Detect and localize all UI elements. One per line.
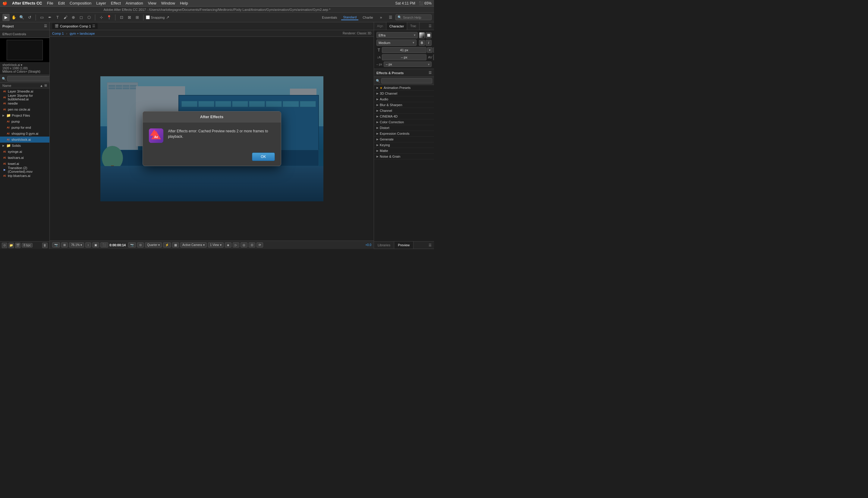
list-item[interactable]: Ai syringe.ai (0, 149, 50, 155)
project-search-input[interactable] (7, 76, 52, 81)
list-item[interactable]: Ai pen no circle.ai (0, 106, 50, 113)
list-item[interactable]: ▶ Transition (2) (Converted).mov (0, 167, 50, 173)
vt-render-queue[interactable]: ▷ (233, 243, 239, 248)
roto-tool[interactable]: ⬡ (85, 14, 93, 21)
category-3d-channel[interactable]: ▶ 3D Channel (374, 91, 434, 96)
faux-bold-btn[interactable]: B (419, 40, 425, 46)
vt-flow[interactable]: ⊙ (137, 243, 144, 248)
vt-3d[interactable]: ⬛ (101, 243, 108, 248)
menu-help[interactable]: Help (180, 1, 188, 5)
menu-window[interactable]: Window (161, 1, 175, 5)
list-item[interactable]: Ai towel.ai (0, 161, 50, 167)
tab-align[interactable]: Algn (374, 22, 386, 30)
workspace-charlie[interactable]: Charlie (361, 15, 375, 20)
apple-menu[interactable]: 🍎 (2, 1, 7, 5)
workspace-standard[interactable]: Standard (341, 15, 358, 20)
comp-tab-menu[interactable]: ☰ (92, 24, 95, 28)
list-item[interactable]: Ai pump for end (0, 124, 50, 131)
leading-input[interactable] (382, 54, 426, 60)
list-item[interactable]: Ai trip blue/cars.ai (0, 173, 50, 179)
rotate-tool[interactable]: ↺ (26, 14, 33, 21)
vt-fit[interactable]: ↕ (85, 243, 91, 248)
vt-quality-select[interactable]: Quarter ▾ (145, 243, 162, 248)
font-family-selector[interactable]: Effra ▾ (376, 32, 418, 38)
list-item[interactable]: Ai shopping 0 gym.ai (0, 131, 50, 136)
project-files-folder[interactable]: ▶ 📁 Project Files (0, 113, 50, 118)
zoom-tool[interactable]: 🔍 (18, 14, 25, 21)
workspace-menu[interactable]: ☰ (387, 14, 394, 21)
puppet-tool[interactable]: 📍 (106, 14, 113, 21)
new-comp-btn[interactable]: 🎬 (15, 243, 21, 248)
size-decrement[interactable]: ▼ (427, 47, 432, 53)
snap-expand[interactable]: ↗ (166, 14, 170, 21)
pen-tool[interactable]: ✒ (46, 14, 53, 21)
menu-edit[interactable]: Edit (58, 1, 65, 5)
workspace-more[interactable]: » (377, 14, 385, 21)
category-color-correction[interactable]: ▶ Color Correction (374, 119, 434, 125)
snapping-checkbox[interactable] (146, 15, 150, 19)
column-options[interactable]: ⊞ (44, 83, 47, 88)
project-panel-menu[interactable]: ☰ (44, 24, 47, 28)
bottom-right-menu[interactable]: ☰ (426, 243, 434, 247)
vt-fast-preview[interactable]: ⚡ (163, 243, 171, 248)
selection-tool[interactable]: ▶ (2, 14, 10, 21)
vt-view-select[interactable]: 1 View ▾ (208, 243, 224, 248)
align-left[interactable]: ⊡ (118, 14, 125, 21)
menu-layer[interactable]: Layer (96, 1, 106, 5)
list-item[interactable]: Ai taxi/cars.ai (0, 155, 50, 161)
comp-breadcrumb-2[interactable]: gym + landscape (70, 32, 95, 35)
list-item[interactable]: Ai Layer 3/pump for bubblehead.ai (0, 94, 50, 100)
hand-tool[interactable]: ✋ (10, 14, 17, 21)
effect-controls-tab[interactable]: Effect Controls (0, 30, 50, 38)
clone-tool[interactable]: ⊕ (70, 14, 77, 21)
bpc-display[interactable]: 8 bpc (22, 243, 32, 248)
vt-snapshot[interactable]: 📷 (52, 243, 60, 248)
vt-reset[interactable]: ⟳ (256, 243, 263, 248)
vt-layer-controls[interactable]: ⊡ (249, 243, 255, 248)
menu-effect[interactable]: Effect (111, 1, 121, 5)
category-channel[interactable]: ▶ Channel (374, 108, 434, 114)
tab-tracker[interactable]: Trac (407, 22, 419, 30)
font-color-swatch[interactable] (419, 32, 425, 38)
category-matte[interactable]: ▶ Matte (374, 148, 434, 154)
faux-italic-btn[interactable]: I (426, 40, 431, 46)
effects-menu[interactable]: ☰ (429, 71, 431, 75)
font-color-btn[interactable] (419, 32, 425, 38)
menu-view[interactable]: View (148, 1, 157, 5)
project-settings-btn[interactable]: ⊙ (2, 243, 7, 248)
category-keying[interactable]: ▶ Keying (374, 142, 434, 148)
menu-animation[interactable]: Animation (126, 1, 143, 5)
comp-breadcrumb-1[interactable]: Comp 1 (52, 32, 64, 35)
menu-composition[interactable]: Composition (70, 1, 91, 5)
list-item[interactable]: Ai needle (0, 100, 50, 106)
category-noise-grain[interactable]: ▶ Noise & Grain (374, 154, 434, 159)
app-name[interactable]: After Effects CC (12, 1, 42, 5)
font-weight-selector[interactable]: Medium ▾ (376, 39, 416, 46)
size-increment[interactable]: ▲ (433, 47, 434, 53)
workspace-essentials[interactable]: Essentials (320, 15, 339, 20)
vt-grid[interactable]: ⊞ (61, 243, 68, 248)
eraser-tool[interactable]: ◻ (78, 14, 85, 21)
tab-character[interactable]: Character (386, 22, 407, 30)
align-right[interactable]: ⊞ (134, 14, 141, 21)
category-distort[interactable]: ▶ Distort (374, 125, 434, 131)
vt-camera-select[interactable]: Active Camera ▾ (180, 243, 207, 248)
list-item-selected[interactable]: Ai short/clock.ai (0, 136, 50, 143)
anchor-tool[interactable]: ⊹ (98, 14, 105, 21)
category-cinema4d[interactable]: ▶ CINEMA 4D (374, 114, 434, 119)
vt-safe-margin[interactable]: ▣ (92, 243, 99, 248)
text-tool[interactable]: T (54, 14, 61, 21)
category-blur-sharpen[interactable]: ▶ Blur & Sharpen (374, 102, 434, 108)
vt-preview-settings[interactable]: ◎ (241, 243, 248, 248)
dialog-ok-button[interactable]: OK (252, 153, 275, 161)
stroke-btn[interactable]: ⬜ (426, 32, 431, 38)
right-tab-menu[interactable]: ☰ (426, 23, 434, 29)
category-generate[interactable]: ▶ Generate (374, 136, 434, 142)
composition-viewport[interactable]: GYM CLUB After Effects (50, 37, 374, 240)
search-help-box[interactable]: 🔍 Search Help (396, 14, 431, 20)
align-center[interactable]: ⊠ (126, 14, 133, 21)
tab-preview[interactable]: Preview (394, 241, 414, 249)
list-item[interactable]: Ai Layer 3/needle.ai (0, 88, 50, 94)
menu-file[interactable]: File (47, 1, 53, 5)
category-animation-presets[interactable]: ▶ ★ Animation Presets (374, 85, 434, 91)
